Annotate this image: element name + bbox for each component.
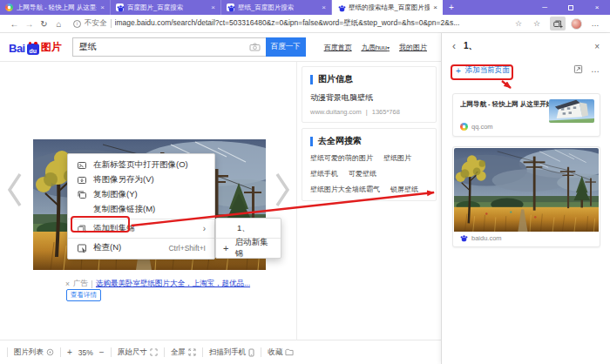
- baidu-logo[interactable]: Bai du 图片: [9, 40, 62, 55]
- next-image-chevron[interactable]: [273, 171, 292, 209]
- accent-bar: [310, 75, 313, 84]
- plus-icon: +: [223, 243, 228, 253]
- baidu-page: Bai du 图片 百度一下 百度首页 九愚huu▾ 我的: [0, 33, 441, 364]
- menu-inspect[interactable]: 检查(N) Ctrl+Shift+I: [68, 240, 214, 255]
- tab-wallpaper-search[interactable]: 壁纸_百度图片搜索 ×: [221, 0, 332, 15]
- related-search-card: 去全网搜索 壁纸可爱的萌的图片 壁纸图片 壁纸手机 可爱壁纸 壁纸图片大全墙纸霸…: [302, 128, 437, 201]
- menu-copy-image-link[interactable]: 复制图像链接(M): [68, 202, 214, 217]
- image-list-button[interactable]: 图片列表: [14, 347, 54, 358]
- link-my-images[interactable]: 我的图片: [399, 43, 427, 52]
- window-controls: ─ ×: [532, 0, 610, 15]
- related-search-title-row: 去全网搜索: [310, 135, 428, 147]
- tab-close-icon[interactable]: ×: [322, 3, 326, 11]
- previous-image-chevron[interactable]: [5, 171, 24, 209]
- tag-row: 壁纸图片大全墙纸霸气 锁屏壁纸: [310, 185, 428, 194]
- favorites-icon[interactable]: ☆: [529, 17, 545, 30]
- back-chevron-icon[interactable]: ‹: [452, 42, 456, 51]
- tab-baidu-images[interactable]: 百度图片_百度搜索 ×: [111, 0, 221, 15]
- tab-nav-page[interactable]: 上网导航 - 轻快上网 从这里开始 ×: [0, 0, 111, 15]
- ad-row: × 广告 选购最美卧室壁纸图片大全，上淘宝，超优品...: [65, 279, 250, 289]
- navigation-bar: ← → ↻ ⌂ i 不安全 image.baidu.com/search/det…: [0, 15, 610, 33]
- home-icon[interactable]: ⌂: [51, 19, 66, 29]
- profile-avatar[interactable]: [571, 18, 582, 30]
- add-favorite-star-icon[interactable]: ☆: [515, 19, 522, 28]
- menu-add-to-collections[interactable]: 添加到集锦 ›: [68, 221, 214, 236]
- link-baidu-home[interactable]: 百度首页: [324, 43, 352, 52]
- qq-browser-icon: [5, 3, 13, 11]
- info-icon[interactable]: i: [73, 20, 81, 28]
- related-tag[interactable]: 壁纸图片: [383, 153, 411, 163]
- original-size-button[interactable]: 原始尺寸: [118, 347, 158, 358]
- ad-detail-button[interactable]: 查看详情: [66, 289, 101, 301]
- related-tag[interactable]: 可爱壁纸: [349, 169, 376, 179]
- collections-small-icon: [77, 224, 87, 233]
- image-source[interactable]: www.duitang.com: [310, 108, 362, 116]
- related-tag[interactable]: 壁纸手机: [310, 169, 338, 179]
- open-in-new-tab-icon: [77, 160, 87, 171]
- viewer-status-bar: 图片列表 + 35% − 原始尺寸 全屏 扫描到手机: [0, 340, 441, 364]
- menu-copy-image[interactable]: 复制图像(Y): [68, 187, 214, 202]
- close-panel-icon[interactable]: ×: [594, 42, 600, 51]
- minimize-button[interactable]: ─: [532, 0, 558, 15]
- tab-wallpaper-results-active[interactable]: 壁纸的搜索结果_百度图片搜索 ×: [332, 0, 443, 15]
- page-body: × 广告 选购最美卧室壁纸图片大全，上淘宝，超优品... 查看详情 图片信息 动…: [0, 62, 441, 340]
- maximize-button[interactable]: [558, 0, 584, 15]
- tab-title: 壁纸_百度图片搜索: [238, 3, 318, 12]
- favorite-button[interactable]: 收藏: [268, 347, 294, 358]
- tab-title: 壁纸的搜索结果_百度图片搜索: [349, 3, 430, 12]
- collections-submenu: 1、 + 启动新集锦: [215, 218, 281, 259]
- close-window-button[interactable]: ×: [584, 0, 610, 15]
- menu-save-image-as[interactable]: 将图像另存为(V): [68, 172, 214, 187]
- address-bar[interactable]: i 不安全 image.baidu.com/search/detail?ct=5…: [73, 17, 522, 30]
- share-icon[interactable]: [573, 64, 583, 74]
- collection-title: 1、: [464, 40, 478, 52]
- toolbar-icons: ☆ …: [529, 17, 603, 30]
- tab-title: 百度图片_百度搜索: [127, 3, 207, 12]
- related-tag[interactable]: 锁屏壁纸: [390, 185, 418, 194]
- collections-icon[interactable]: [550, 17, 566, 30]
- collection-card-nav-page[interactable]: 上网导航 - 轻快上网 从这里开始 qq.com: [452, 93, 600, 137]
- security-label: 不安全: [85, 18, 107, 29]
- zoom-out-button[interactable]: −: [99, 347, 105, 357]
- baidu-header: Bai du 图片 百度一下 百度首页 九愚huu▾ 我的: [0, 33, 441, 62]
- search-button[interactable]: 百度一下: [266, 37, 306, 57]
- scan-to-phone-button[interactable]: 扫描到手机: [209, 347, 255, 358]
- zoom-in-button[interactable]: +: [67, 347, 72, 357]
- submenu-start-new-collection[interactable]: + 启动新集锦: [216, 240, 281, 255]
- link-username[interactable]: 九愚huu▾: [362, 43, 390, 52]
- fullscreen-button[interactable]: 全屏: [171, 347, 196, 358]
- related-tag[interactable]: 壁纸图片大全墙纸霸气: [310, 185, 380, 194]
- baidu-paw-icon: [227, 3, 234, 11]
- more-menu-icon[interactable]: …: [587, 17, 603, 30]
- card-title: 上网导航 - 轻快上网 从这里开始: [460, 100, 551, 109]
- back-icon[interactable]: ←: [7, 19, 22, 29]
- forward-icon[interactable]: →: [22, 19, 37, 29]
- panel-more-icon[interactable]: …: [591, 64, 600, 74]
- add-current-page-label: 添加当前页面: [465, 65, 510, 76]
- collection-card-wallpaper[interactable]: baidu.com: [452, 146, 600, 247]
- ad-link[interactable]: 选购最美卧室壁纸图片大全，上淘宝，超优品...: [96, 279, 250, 289]
- card-image: [454, 148, 599, 232]
- image-dimensions: 1365*768: [372, 108, 400, 116]
- tab-title: 上网导航 - 轻快上网 从这里开始: [17, 3, 97, 12]
- new-tab-button[interactable]: +: [443, 0, 460, 15]
- ad-dismiss-icon[interactable]: ×: [65, 280, 70, 288]
- ad-label: 广告: [73, 279, 88, 289]
- submenu-collection-1[interactable]: 1、: [216, 221, 281, 236]
- image-list-icon: [46, 348, 54, 356]
- card-domain: qq.com: [471, 123, 493, 131]
- search-input[interactable]: [73, 43, 249, 52]
- inspect-icon: [77, 243, 87, 253]
- tab-close-icon[interactable]: ×: [433, 3, 437, 11]
- search-box: [72, 37, 266, 57]
- plus-icon: +: [456, 66, 461, 76]
- ad-separator: [92, 280, 92, 288]
- refresh-icon[interactable]: ↻: [37, 19, 51, 29]
- tab-close-icon[interactable]: ×: [211, 3, 215, 11]
- related-search-title: 去全网搜索: [318, 135, 362, 147]
- tab-close-icon[interactable]: ×: [100, 3, 105, 11]
- menu-open-image-new-tab[interactable]: 在新标签页中打开图像(O): [68, 158, 214, 172]
- related-tag[interactable]: 壁纸可爱的萌的图片: [310, 153, 373, 163]
- add-current-page-button[interactable]: + 添加当前页面: [456, 65, 510, 76]
- camera-search-icon[interactable]: [249, 43, 261, 51]
